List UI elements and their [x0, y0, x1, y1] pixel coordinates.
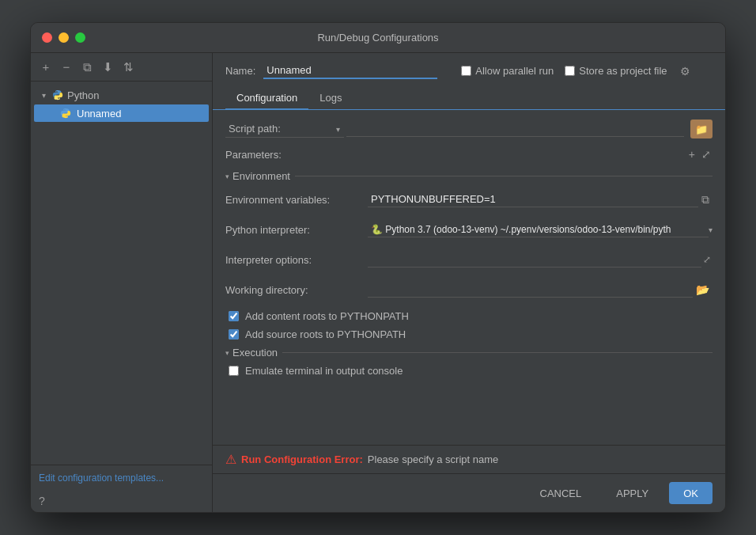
store-as-project-file-checkbox[interactable]: [565, 66, 575, 76]
add-source-roots-label: Add source roots to PYTHONPATH: [245, 328, 406, 340]
help-button[interactable]: ?: [31, 490, 212, 512]
emulate-terminal-label: Emulate terminal in output console: [245, 365, 403, 377]
add-param-button[interactable]: +: [687, 146, 697, 162]
environment-divider: [295, 176, 713, 176]
config-area: Script path: Module name: Custom: ▾ 📁 Pa…: [213, 110, 725, 445]
script-path-input[interactable]: [346, 121, 684, 137]
folder-icon: 📁: [695, 123, 708, 135]
interpreter-dropdown-arrow-icon: ▾: [709, 226, 713, 234]
close-button[interactable]: [42, 32, 52, 43]
emulate-terminal-checkbox[interactable]: [229, 366, 239, 376]
interpreter-options-label: Interpreter options:: [225, 254, 368, 266]
expand-interp-options-button[interactable]: ⤢: [701, 252, 713, 267]
dialog-body: + − ⧉ ⬇ ⇅ ▾: [31, 53, 725, 512]
tree-collapse-arrow: ▾: [37, 89, 50, 101]
execution-collapse-arrow[interactable]: ▾: [225, 349, 229, 357]
allow-parallel-run-checkbox[interactable]: [461, 66, 471, 76]
add-source-roots-row: Add source roots to PYTHONPATH: [225, 328, 713, 340]
gear-icon[interactable]: ⚙: [680, 65, 690, 78]
add-content-roots-row: Add content roots to PYTHONPATH: [225, 310, 713, 322]
environment-label: ▾ Environment: [225, 170, 290, 182]
ok-button[interactable]: OK: [669, 482, 713, 504]
expand-params-button[interactable]: ⤢: [700, 146, 713, 162]
python-tree-label: Python: [67, 89, 99, 101]
sidebar-toolbar: + − ⧉ ⬇ ⇅: [31, 53, 212, 82]
remove-config-button[interactable]: −: [58, 59, 75, 76]
script-path-select[interactable]: Script path: Module name: Custom:: [225, 120, 344, 138]
error-label: Run Configuration Error:: [241, 453, 363, 465]
bottom-bar: CANCEL APPLY OK: [213, 473, 725, 512]
traffic-lights: [42, 32, 85, 43]
name-input[interactable]: [263, 63, 437, 79]
script-path-row: Script path: Module name: Custom: ▾ 📁: [225, 120, 713, 138]
working-directory-input[interactable]: [368, 282, 693, 298]
python-section: ▾: [31, 85, 212, 124]
add-content-roots-label: Add content roots to PYTHONPATH: [245, 310, 409, 322]
python-icon: [51, 89, 64, 101]
copy-config-button[interactable]: ⧉: [78, 59, 96, 76]
allow-parallel-run-label[interactable]: Allow parallel run: [461, 65, 554, 77]
execution-divider: [282, 352, 713, 353]
env-vars-value: PYTHONUNBUFFERED=1: [368, 192, 698, 207]
working-directory-label: Working directory:: [225, 284, 368, 296]
section-collapse-arrow[interactable]: ▾: [225, 173, 229, 180]
tab-configuration[interactable]: Configuration: [225, 87, 308, 110]
sidebar-footer: Edit configuration templates...: [31, 465, 212, 490]
sidebar: + − ⧉ ⬇ ⇅ ▾: [31, 53, 213, 512]
maximize-button[interactable]: [75, 32, 85, 43]
python-tree-parent[interactable]: ▾: [31, 86, 212, 104]
parameters-row: Parameters: + ⤢: [225, 146, 713, 162]
name-label: Name:: [225, 65, 255, 77]
working-directory-row: Working directory: 📂: [225, 279, 713, 301]
cancel-button[interactable]: CANCEL: [526, 482, 596, 504]
dialog-title: Run/Debug Configurations: [317, 32, 438, 44]
minimize-button[interactable]: [59, 32, 69, 43]
error-message: Please specify a script name: [368, 453, 498, 465]
title-bar: Run/Debug Configurations: [31, 23, 725, 53]
tabs-row: Configuration Logs: [213, 87, 725, 110]
add-source-roots-checkbox[interactable]: [229, 329, 239, 340]
edit-templates-link[interactable]: Edit configuration templates...: [39, 472, 164, 484]
main-content: Name: Allow parallel run Store as projec…: [213, 53, 725, 512]
run-debug-dialog: Run/Debug Configurations + − ⧉ ⬇ ⇅ ▾: [30, 22, 726, 513]
env-vars-row: Environment variables: PYTHONUNBUFFERED=…: [225, 188, 713, 211]
python-interpreter-select[interactable]: 🐍 Python 3.7 (odoo-13-venv) ~/.pyenv/ver…: [368, 222, 709, 237]
interpreter-options-row: Interpreter options: ⤢: [225, 249, 713, 271]
sidebar-tree: ▾: [31, 82, 212, 465]
params-actions: + ⤢: [687, 146, 713, 162]
unnamed-config-label: Unnamed: [77, 108, 121, 120]
unnamed-config-item[interactable]: Unnamed: [34, 104, 209, 122]
python-interpreter-row: Python interpreter: 🐍 Python 3.7 (odoo-1…: [225, 218, 713, 241]
sort-config-button[interactable]: ⇅: [119, 59, 137, 76]
execution-section-header: ▾ Execution: [225, 347, 713, 359]
environment-section-header: ▾ Environment: [225, 170, 713, 182]
browse-script-button[interactable]: 📁: [690, 120, 713, 138]
browse-working-dir-button[interactable]: 📂: [693, 282, 713, 298]
env-vars-edit-button[interactable]: ⧉: [698, 192, 713, 208]
error-icon: ⚠: [225, 452, 236, 467]
tab-logs[interactable]: Logs: [308, 87, 353, 110]
store-as-project-file-label[interactable]: Store as project file: [565, 65, 667, 77]
name-row: Name: Allow parallel run Store as projec…: [213, 53, 725, 87]
parameters-label: Parameters:: [225, 149, 368, 161]
move-config-button[interactable]: ⬇: [99, 59, 116, 76]
apply-button[interactable]: APPLY: [602, 482, 663, 504]
python-interpreter-label: Python interpreter:: [225, 224, 368, 236]
error-bar: ⚠ Run Configuration Error: Please specif…: [213, 445, 725, 473]
add-content-roots-checkbox[interactable]: [229, 311, 239, 321]
add-config-button[interactable]: +: [37, 59, 55, 76]
header-options: Allow parallel run Store as project file…: [461, 65, 690, 78]
interpreter-options-input[interactable]: [368, 252, 701, 268]
unnamed-python-icon: [59, 107, 72, 120]
env-vars-label: Environment variables:: [225, 194, 368, 206]
emulate-terminal-row: Emulate terminal in output console: [225, 365, 713, 377]
execution-section: ▾ Execution Emulate terminal in output c…: [225, 347, 713, 377]
execution-label: ▾ Execution: [225, 347, 278, 359]
